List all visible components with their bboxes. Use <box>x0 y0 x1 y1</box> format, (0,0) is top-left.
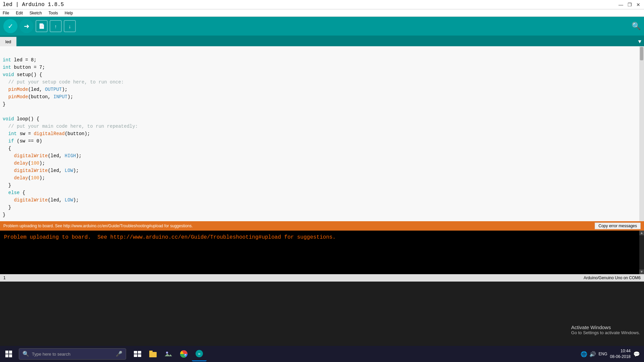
board-indicator: Arduino/Genuino Uno on COM6 <box>584 276 641 280</box>
system-icons: 🌐 🔊 <box>581 351 596 357</box>
console-area: Problem uploading to board. See http://w… <box>0 231 644 274</box>
maximize-button[interactable]: ❐ <box>627 2 633 8</box>
activate-windows-title: Activate Windows <box>571 324 640 330</box>
svg-rect-2 <box>5 354 8 357</box>
svg-text:∞: ∞ <box>198 352 200 356</box>
menu-bar: File Edit Sketch Tools Help <box>0 9 644 17</box>
window-controls: — ❐ ✕ <box>618 2 641 8</box>
arduino-button[interactable]: ∞ <box>192 347 207 361</box>
app-title: led | Arduino 1.8.5 <box>3 2 64 8</box>
console-scrollbar[interactable]: ▲ ▼ <box>639 231 644 274</box>
console-scroll-down[interactable]: ▼ <box>639 269 644 274</box>
search-placeholder: Type here to search <box>32 352 70 357</box>
taskbar-icons: ∞ <box>130 347 207 361</box>
activate-windows-overlay: Activate Windows Go to Settings to activ… <box>571 324 640 335</box>
menu-tools[interactable]: Tools <box>47 11 59 15</box>
svg-rect-3 <box>9 354 12 357</box>
tab-dropdown-icon: ▼ <box>638 39 641 45</box>
serial-monitor-button[interactable]: 🔍 <box>632 22 641 31</box>
clock-time: 10:44 <box>610 348 631 354</box>
taskbar-right: 🌐 🔊 ENG 10:44 08-06-2018 💬 <box>581 348 644 360</box>
tab-led[interactable]: led <box>0 37 16 46</box>
photo-viewer-button[interactable] <box>161 347 176 361</box>
language-indicator: ENG <box>599 352 607 356</box>
console-scroll-up[interactable]: ▲ <box>639 231 644 235</box>
windows-search-bar[interactable]: 🔍 Type here to search 🎤 <box>19 348 126 360</box>
start-button[interactable] <box>0 346 17 362</box>
tab-dropdown-arrow[interactable]: ▼ <box>635 38 644 46</box>
network-icon: 🌐 <box>581 351 587 357</box>
menu-file[interactable]: File <box>1 11 10 15</box>
svg-rect-1 <box>9 351 12 354</box>
toolbar-left: ✓ ➜ 📄 ↑ ↓ <box>3 19 76 33</box>
svg-rect-7 <box>138 354 141 357</box>
clock-date: 08-06-2018 <box>610 354 631 360</box>
action-center-button[interactable]: 💬 <box>633 351 640 357</box>
toolbar: ✓ ➜ 📄 ↑ ↓ 🔍 <box>0 17 644 36</box>
code-scroll-thumb[interactable] <box>640 47 643 60</box>
search-icon: 🔍 <box>22 351 29 357</box>
verify-button[interactable]: ✓ <box>3 19 17 33</box>
bottom-status-bar: 1 Arduino/Genuino Uno on COM6 <box>0 274 644 282</box>
svg-rect-5 <box>138 351 141 354</box>
code-scrollbar[interactable] <box>639 46 644 221</box>
clock: 10:44 08-06-2018 <box>610 348 631 360</box>
file-explorer-button[interactable] <box>146 347 160 361</box>
taskbar: 🔍 Type here to search 🎤 <box>0 346 644 362</box>
close-button[interactable]: ✕ <box>635 2 641 8</box>
tab-bar: led ▼ <box>0 36 644 46</box>
status-message: Problem uploading to board. See http://w… <box>3 224 193 228</box>
svg-rect-4 <box>134 351 137 354</box>
copy-error-button[interactable]: Copy error messages <box>595 223 641 229</box>
tab-label: led <box>5 39 11 44</box>
code-editor[interactable]: int led = 8; int button = 7; void setup(… <box>0 46 644 221</box>
minimize-button[interactable]: — <box>618 2 624 8</box>
svg-point-10 <box>166 352 168 354</box>
line-indicator: 1 <box>3 276 6 280</box>
menu-edit[interactable]: Edit <box>14 11 24 15</box>
svg-rect-8 <box>149 352 157 357</box>
new-button[interactable]: 📄 <box>36 20 48 32</box>
error-status-bar: Problem uploading to board. See http://w… <box>0 221 644 231</box>
open-button[interactable]: ↑ <box>50 20 62 32</box>
activate-windows-subtitle: Go to Settings to activate Windows. <box>571 330 640 335</box>
console-output: Problem uploading to board. See http://w… <box>0 231 644 244</box>
svg-marker-11 <box>165 354 172 356</box>
chrome-button[interactable] <box>176 347 191 361</box>
voice-search-button[interactable]: 🎤 <box>116 351 122 357</box>
save-button[interactable]: ↓ <box>64 20 76 32</box>
svg-rect-0 <box>5 351 8 354</box>
upload-button[interactable]: ➜ <box>19 19 34 33</box>
code-content: int led = 8; int button = 7; void setup(… <box>0 48 644 220</box>
title-bar: led | Arduino 1.8.5 — ❐ ✕ <box>0 0 644 9</box>
svg-rect-6 <box>134 354 137 357</box>
menu-help[interactable]: Help <box>63 11 74 15</box>
task-view-button[interactable] <box>130 347 145 361</box>
svg-rect-9 <box>149 351 153 353</box>
menu-sketch[interactable]: Sketch <box>28 11 43 15</box>
volume-icon: 🔊 <box>589 351 596 357</box>
